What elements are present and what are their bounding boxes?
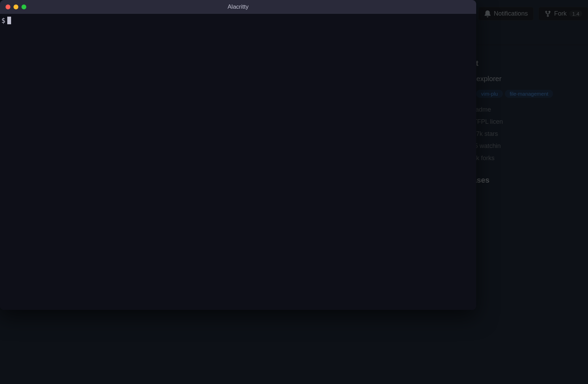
fork-label: Fork xyxy=(554,10,567,17)
fork-count: 1.4 xyxy=(569,10,582,17)
fork-button[interactable]: Fork 1.4 xyxy=(538,7,588,20)
notifications-button[interactable]: Notifications xyxy=(478,7,534,20)
topic-tag[interactable]: vim-plu xyxy=(476,90,502,98)
about-heading: About xyxy=(456,59,588,68)
window-title: Alacritty xyxy=(228,3,248,10)
cursor-icon xyxy=(7,17,11,24)
watching-link[interactable]: 315 watchin xyxy=(456,142,588,150)
license-link[interactable]: WTFPL licen xyxy=(456,118,588,125)
shell-prompt: $ xyxy=(1,17,5,24)
window-titlebar[interactable]: Alacritty xyxy=(0,0,476,14)
forks-link[interactable]: 1.4k forks xyxy=(456,155,588,162)
maximize-icon[interactable] xyxy=(21,5,26,9)
stars-link[interactable]: 17.7k stars xyxy=(456,130,588,138)
topic-tag[interactable]: file-management xyxy=(505,90,553,98)
notifications-label: Notifications xyxy=(494,10,528,17)
close-icon[interactable] xyxy=(6,5,10,9)
bell-icon xyxy=(484,10,491,17)
repo-description: A tree explorer xyxy=(456,75,588,83)
fork-icon xyxy=(544,10,551,17)
terminal-window: Alacritty $ xyxy=(0,0,476,310)
terminal-body[interactable]: $ xyxy=(0,14,476,310)
minimize-icon[interactable] xyxy=(14,5,18,9)
readme-link[interactable]: Readme xyxy=(456,106,588,113)
releases-heading: Releases xyxy=(456,176,588,185)
